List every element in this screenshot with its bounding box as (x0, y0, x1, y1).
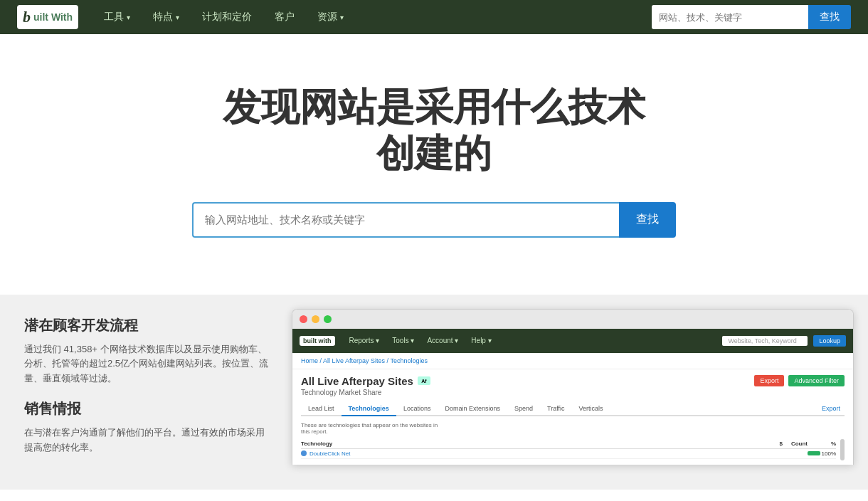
logo-text: uilt With (33, 11, 73, 23)
ss-scrollbar[interactable] (840, 439, 845, 459)
ss-pct-bar-inner (808, 451, 820, 455)
ss-tab-verticals: Verticals (572, 402, 610, 416)
sales-intel-title: 销售情报 (24, 399, 270, 418)
ss-nav-tools: Tools ▾ (388, 337, 418, 344)
bottom-section: 潜在顾客开发流程 通过我们 41,358+ 个网络技术数据库以及显示使用购物车、… (0, 295, 868, 490)
ss-tab-domain-ext: Domain Extensions (438, 402, 507, 416)
ss-td-tech-name: DoubleClick Net (301, 450, 761, 457)
logo-box: b uilt With (17, 5, 78, 29)
hero-search-input[interactable] (192, 202, 619, 238)
ss-th-percent: % (808, 441, 836, 447)
close-dot (300, 315, 307, 323)
nav-search-area: 查找 (652, 5, 851, 29)
ss-table-header: Technology $ Count % (301, 439, 836, 449)
hero-title: 发现网站是采用什么技术 创建的 (14, 84, 854, 176)
ss-afterpay-logo: Af (418, 376, 430, 385)
ss-tab-technologies: Technologies (342, 402, 396, 416)
lead-gen-title: 潜在顾客开发流程 (24, 316, 270, 335)
ss-tab-spend: Spend (507, 402, 540, 416)
ss-table: Technology $ Count % DoubleClick Net (301, 439, 836, 459)
ss-content-area: All Live Afterpay Sites Af Export Advanc… (292, 369, 853, 465)
ss-tab-export: Export (817, 402, 845, 415)
ss-tabs: Lead List Technologies Locations Domain … (301, 402, 845, 416)
nav-search-button[interactable]: 查找 (808, 5, 851, 29)
ss-nav-account: Account ▾ (423, 337, 462, 344)
logo-area[interactable]: b uilt With (17, 5, 78, 29)
ss-title-row: All Live Afterpay Sites Af Export Advanc… (301, 375, 845, 387)
nav-search-input[interactable] (652, 5, 808, 29)
bottom-left-panel: 潜在顾客开发流程 通过我们 41,358+ 个网络技术数据库以及显示使用购物车、… (0, 295, 292, 490)
ss-page-title: All Live Afterpay Sites Af (301, 375, 430, 387)
ss-th-count: Count (783, 441, 808, 447)
ss-tab-traffic: Traffic (540, 402, 572, 416)
ss-lookup-button: Lookup (813, 335, 846, 347)
ss-search-box: Website, Tech, Keyword (722, 336, 808, 346)
ss-tab-locations: Locations (396, 402, 438, 416)
ss-tab-lead-list: Lead List (301, 402, 342, 416)
ss-subtitle: Technology Market Share (301, 389, 845, 396)
maximize-dot (324, 315, 332, 323)
ss-breadcrumb: Home / All Live Afterpay Sites / Technol… (292, 353, 853, 369)
hero-search-button[interactable]: 查找 (619, 202, 676, 238)
ss-filter-button: Advanced Filter (788, 375, 845, 386)
hero-search-area: 查找 (192, 202, 676, 238)
bottom-right-panel: built with Reports ▾ Tools ▾ Account ▾ H… (292, 295, 868, 490)
chevron-down-icon: ▾ (340, 14, 344, 21)
ss-navbar: built with Reports ▾ Tools ▾ Account ▾ H… (292, 329, 853, 353)
lead-gen-text: 通过我们 41,358+ 个网络技术数据库以及显示使用购物车、分析、托管等的超过… (24, 342, 270, 386)
ss-table-area: Technology $ Count % DoubleClick Net (301, 439, 845, 459)
logo-b-letter: b (23, 8, 31, 26)
ss-th-technology: Technology (301, 441, 761, 447)
table-row: DoubleClick Net 100% (301, 449, 836, 459)
nav-features[interactable]: 特点 ▾ (144, 0, 188, 34)
nav-customers[interactable]: 客户 (266, 0, 303, 34)
chevron-down-icon: ▾ (176, 14, 179, 21)
ss-note: These are technologies that appear on th… (301, 422, 443, 435)
ss-tech-dot (301, 450, 307, 456)
ss-logo: built with (300, 336, 335, 346)
ss-export-button: Export (754, 375, 784, 386)
ss-nav-help: Help ▾ (467, 337, 495, 344)
ss-td-pct: 100% (808, 450, 836, 457)
ss-th-dollar: $ (761, 441, 783, 447)
hero-section: 发现网站是采用什么技术 创建的 查找 (0, 34, 868, 295)
ss-action-buttons: Export Advanced Filter (754, 375, 845, 386)
screenshot-frame: built with Reports ▾ Tools ▾ Account ▾ H… (292, 309, 854, 465)
minimize-dot (312, 315, 319, 323)
ss-scrollbar-thumb (840, 439, 845, 460)
chevron-down-icon: ▾ (127, 14, 130, 21)
ss-pct-bar-outer (808, 451, 820, 455)
nav-pricing[interactable]: 计划和定价 (194, 0, 260, 34)
ss-nav-reports: Reports ▾ (345, 337, 384, 344)
sales-intel-text: 在与潜在客户沟通前了解他们的平台。通过有效的市场采用提高您的转化率。 (24, 426, 270, 455)
nav-tools[interactable]: 工具 ▾ (95, 0, 139, 34)
window-chrome (292, 310, 853, 329)
nav-resources[interactable]: 资源 ▾ (309, 0, 352, 34)
main-navbar: b uilt With 工具 ▾ 特点 ▾ 计划和定价 客户 资源 ▾ 查找 (0, 0, 868, 34)
